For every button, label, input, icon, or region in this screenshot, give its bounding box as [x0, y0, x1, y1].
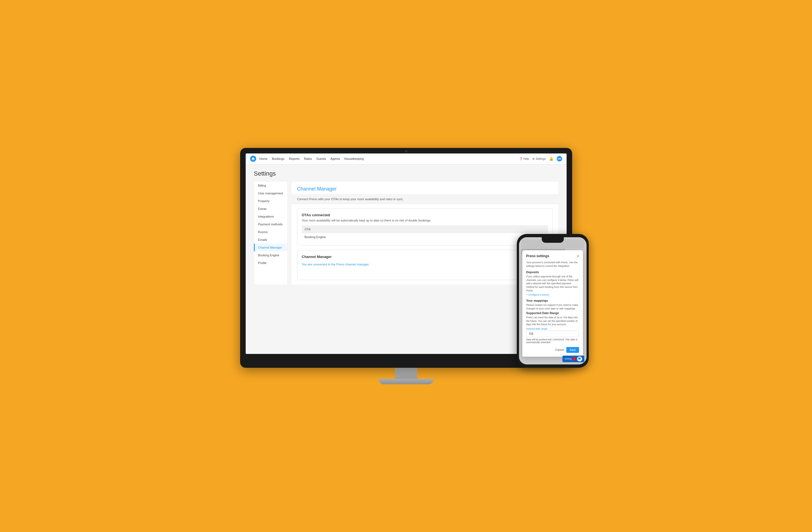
phone: Preno settings × Your account is connect…: [517, 234, 589, 368]
question-icon: ❓: [519, 157, 523, 160]
settings-header: Channel Manager Connect Preno with your …: [292, 182, 558, 204]
page-title: Settings: [254, 170, 558, 177]
settings-panel-title: Channel Manager: [297, 186, 553, 192]
sidebar-item-billing[interactable]: Billing: [254, 182, 287, 189]
phone-notch: [542, 237, 564, 243]
date-range-hint: Data will be pushed until 11/04/2024. Th…: [526, 338, 579, 344]
phone-outer: Preno settings × Your account is connect…: [517, 234, 589, 368]
phone-screen: Preno settings × Your account is connect…: [519, 237, 586, 365]
nav-avatar[interactable]: SM: [557, 156, 562, 162]
nav-bell-icon[interactable]: 🔔: [549, 157, 553, 161]
nav-bookings[interactable]: Bookings: [272, 157, 285, 161]
modal-save-button[interactable]: Save: [566, 347, 579, 353]
chat-icon[interactable]: [577, 356, 582, 361]
settings-layout: Billing User management Property Extras …: [254, 182, 558, 284]
sidebar-item-integrations[interactable]: Integrations: [254, 213, 287, 220]
channel-manager-card-title: Channel Manager: [302, 255, 548, 259]
modal-header: Preno settings ×: [526, 254, 579, 258]
date-range-input[interactable]: [526, 331, 579, 337]
mappings-section-title: Your mappings: [526, 299, 579, 302]
modal-title: Preno settings: [526, 254, 549, 258]
monitor-notch: [405, 150, 407, 152]
otas-card-desc: Your room availability will be automatic…: [302, 219, 548, 222]
date-range-field-label: Desired date range: [526, 327, 579, 330]
nav-agents[interactable]: Agents: [330, 157, 340, 161]
modal-intro-text: Your account is connected with Preno. Us…: [526, 261, 579, 268]
sidebar-item-rooms[interactable]: Rooms: [254, 228, 287, 236]
date-range-section-text: Preno can send the data of up to 729 day…: [526, 316, 579, 326]
ota-item-booking-engine[interactable]: Booking Engine: [302, 233, 548, 241]
sidebar-item-payment-methods[interactable]: Payment methods: [254, 220, 287, 228]
ota-item-ota[interactable]: OTA: [302, 225, 548, 233]
scene: Home Bookings Reports Rates Guests Agent…: [240, 148, 572, 384]
nav-settings-link[interactable]: ⚙ Settings: [532, 157, 546, 160]
monitor-stand-neck: [395, 368, 417, 379]
notification-badge: 1: [573, 357, 576, 360]
configure-source-link[interactable]: + Configure a source: [526, 293, 579, 296]
sidebar-item-extras[interactable]: Extras: [254, 205, 287, 213]
modal-close-button[interactable]: ×: [577, 254, 579, 258]
monitor-stand-base: [378, 379, 434, 384]
date-range-section-title: Supported Date Range: [526, 311, 579, 315]
otas-card-title: OTAs connected: [302, 213, 548, 217]
sidebar-item-property[interactable]: Property: [254, 197, 287, 205]
nav-links: Home Bookings Reports Rates Guests Agent…: [260, 157, 519, 161]
sidebar-item-channel-manager[interactable]: Channel Manager: [254, 243, 287, 251]
modal-cancel-button[interactable]: Cancel: [555, 347, 564, 353]
settings-sidebar: Billing User management Property Extras …: [254, 182, 287, 284]
nav-help-link[interactable]: ❓ Help: [519, 157, 529, 160]
preno-settings-modal-overlay: Preno settings × Your account is connect…: [519, 237, 586, 365]
nav-housekeeping[interactable]: Housekeeping: [345, 157, 364, 161]
otas-card: OTAs connected Your room availability wi…: [297, 208, 553, 246]
nav-rates[interactable]: Rates: [304, 157, 312, 161]
sidebar-item-emails[interactable]: Emails: [254, 236, 287, 243]
modal-footer: Cancel Save: [526, 347, 579, 353]
nav-reports[interactable]: Reports: [289, 157, 300, 161]
deposits-section-title: Deposits: [526, 270, 579, 274]
phone-settings-bar[interactable]: Setting 1: [563, 356, 584, 362]
deposits-section-text: If you collect payments through one of t…: [526, 275, 579, 292]
connected-status-text: You are connected to the Preno channel m…: [302, 263, 548, 266]
mappings-section-text: Please contact our support if you need t…: [526, 303, 579, 310]
sidebar-item-booking-engine[interactable]: Booking Engine: [254, 251, 287, 259]
settings-subtitle: Connect Preno with your OTAs to keep you…: [292, 197, 409, 201]
gear-icon: ⚙: [532, 157, 535, 160]
channel-manager-card-body: Channel Manager You are connected to the…: [298, 250, 552, 280]
nav-logo[interactable]: [250, 156, 256, 162]
phone-settings-label: Setting: [565, 357, 571, 360]
nav-bar: Home Bookings Reports Rates Guests Agent…: [246, 153, 567, 164]
nav-guests[interactable]: Guests: [316, 157, 326, 161]
preno-settings-modal: Preno settings × Your account is connect…: [522, 250, 583, 357]
sidebar-item-profile[interactable]: Profile: [254, 259, 287, 267]
nav-right: ❓ Help ⚙ Settings 🔔 SM: [519, 156, 562, 162]
settings-subtitle-bar: Connect Preno with your OTAs to keep you…: [292, 194, 558, 204]
sidebar-item-user-management[interactable]: User management: [254, 189, 287, 197]
channel-manager-card: Channel Manager You are connected to the…: [297, 250, 553, 280]
nav-home[interactable]: Home: [260, 157, 267, 161]
otas-card-body: OTAs connected Your room availability wi…: [298, 208, 552, 245]
